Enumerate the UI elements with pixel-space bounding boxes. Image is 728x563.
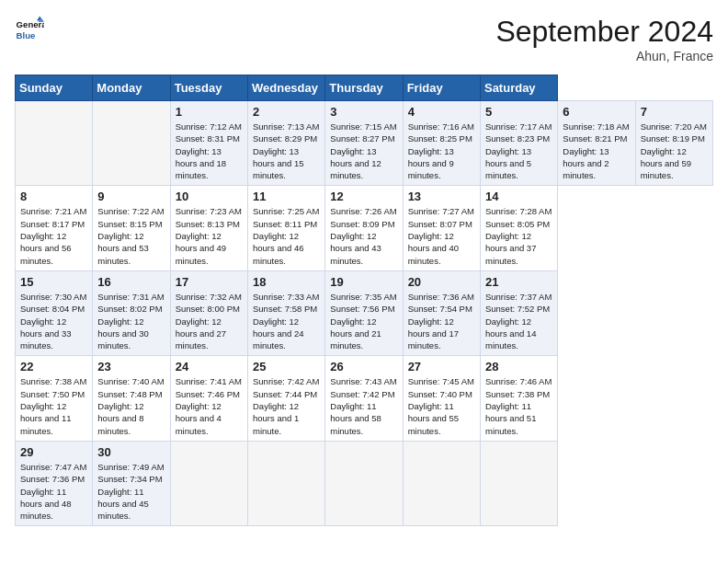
calendar-cell: 5Sunrise: 7:17 AMSunset: 8:23 PMDaylight… — [480, 101, 557, 186]
day-number: 13 — [408, 190, 475, 203]
day-info: Sunrise: 7:41 AMSunset: 7:46 PMDaylight:… — [176, 375, 243, 436]
weekday-header-saturday: Saturday — [480, 75, 557, 101]
day-info: Sunrise: 7:43 AMSunset: 7:42 PMDaylight:… — [330, 375, 397, 436]
weekday-header-row: SundayMondayTuesdayWednesdayThursdayFrid… — [16, 75, 713, 101]
day-number: 30 — [97, 445, 165, 459]
day-number: 5 — [485, 105, 552, 119]
day-number: 28 — [485, 360, 552, 373]
day-info: Sunrise: 7:17 AMSunset: 8:23 PMDaylight:… — [485, 121, 552, 181]
day-info: Sunrise: 7:49 AMSunset: 7:34 PMDaylight:… — [97, 461, 165, 522]
calendar-cell — [247, 441, 324, 525]
day-number: 10 — [176, 190, 243, 203]
calendar-week-0: 1Sunrise: 7:12 AMSunset: 8:31 PMDaylight… — [16, 101, 713, 186]
day-info: Sunrise: 7:38 AMSunset: 7:50 PMDaylight:… — [20, 375, 87, 436]
day-info: Sunrise: 7:35 AMSunset: 7:56 PMDaylight:… — [330, 291, 397, 351]
calendar-cell: 14Sunrise: 7:28 AMSunset: 8:05 PMDayligh… — [480, 186, 557, 270]
day-info: Sunrise: 7:31 AMSunset: 8:02 PMDaylight:… — [97, 291, 165, 351]
calendar-cell: 8Sunrise: 7:21 AMSunset: 8:17 PMDaylight… — [16, 186, 93, 270]
day-number: 15 — [20, 275, 87, 289]
weekday-header-monday: Monday — [93, 75, 170, 101]
calendar-cell: 23Sunrise: 7:40 AMSunset: 7:48 PMDayligh… — [93, 356, 170, 441]
day-info: Sunrise: 7:12 AMSunset: 8:31 PMDaylight:… — [176, 121, 243, 181]
day-info: Sunrise: 7:46 AMSunset: 7:38 PMDaylight:… — [485, 375, 552, 436]
day-info: Sunrise: 7:36 AMSunset: 7:54 PMDaylight:… — [408, 291, 475, 351]
svg-text:Blue: Blue — [17, 30, 36, 40]
calendar-cell — [16, 101, 93, 186]
day-number: 6 — [563, 105, 630, 119]
day-info: Sunrise: 7:47 AMSunset: 7:36 PMDaylight:… — [20, 461, 87, 522]
day-number: 29 — [20, 445, 87, 459]
calendar-cell: 25Sunrise: 7:42 AMSunset: 7:44 PMDayligh… — [247, 356, 324, 441]
day-number: 2 — [253, 105, 320, 119]
calendar-cell: 29Sunrise: 7:47 AMSunset: 7:36 PMDayligh… — [16, 441, 93, 525]
day-info: Sunrise: 7:13 AMSunset: 8:29 PMDaylight:… — [253, 121, 320, 181]
day-number: 18 — [253, 275, 320, 289]
day-info: Sunrise: 7:33 AMSunset: 7:58 PMDaylight:… — [253, 291, 320, 351]
day-info: Sunrise: 7:42 AMSunset: 7:44 PMDaylight:… — [253, 375, 320, 436]
calendar-cell: 9Sunrise: 7:22 AMSunset: 8:15 PMDaylight… — [93, 186, 170, 270]
calendar-cell: 1Sunrise: 7:12 AMSunset: 8:31 PMDaylight… — [170, 101, 247, 186]
day-number: 21 — [485, 275, 552, 289]
logo: General Blue — [15, 15, 44, 44]
day-number: 3 — [330, 105, 397, 119]
location: Ahun, France — [495, 49, 713, 63]
day-number: 16 — [97, 275, 165, 289]
day-info: Sunrise: 7:22 AMSunset: 8:15 PMDaylight:… — [97, 205, 165, 266]
day-number: 23 — [97, 360, 165, 373]
calendar-cell: 22Sunrise: 7:38 AMSunset: 7:50 PMDayligh… — [16, 356, 93, 441]
calendar-week-3: 22Sunrise: 7:38 AMSunset: 7:50 PMDayligh… — [16, 356, 713, 441]
day-info: Sunrise: 7:40 AMSunset: 7:48 PMDaylight:… — [97, 375, 165, 436]
calendar-table: SundayMondayTuesdayWednesdayThursdayFrid… — [15, 75, 713, 526]
day-info: Sunrise: 7:16 AMSunset: 8:25 PMDaylight:… — [408, 121, 475, 181]
calendar-cell: 18Sunrise: 7:33 AMSunset: 7:58 PMDayligh… — [247, 270, 324, 355]
calendar-cell: 17Sunrise: 7:32 AMSunset: 8:00 PMDayligh… — [170, 270, 247, 355]
day-number: 27 — [408, 360, 475, 373]
logo-icon: General Blue — [15, 15, 44, 44]
calendar-cell — [403, 441, 480, 525]
day-info: Sunrise: 7:15 AMSunset: 8:27 PMDaylight:… — [330, 121, 397, 181]
calendar-cell: 6Sunrise: 7:18 AMSunset: 8:21 PMDaylight… — [558, 101, 635, 186]
calendar-week-4: 29Sunrise: 7:47 AMSunset: 7:36 PMDayligh… — [16, 441, 713, 525]
day-number: 22 — [20, 360, 87, 373]
day-number: 24 — [176, 360, 243, 373]
day-info: Sunrise: 7:20 AMSunset: 8:19 PMDaylight:… — [641, 121, 708, 181]
day-info: Sunrise: 7:37 AMSunset: 7:52 PMDaylight:… — [485, 291, 552, 351]
day-info: Sunrise: 7:25 AMSunset: 8:11 PMDaylight:… — [253, 205, 320, 266]
day-number: 19 — [330, 275, 397, 289]
day-info: Sunrise: 7:21 AMSunset: 8:17 PMDaylight:… — [20, 205, 87, 266]
calendar-cell: 30Sunrise: 7:49 AMSunset: 7:34 PMDayligh… — [93, 441, 170, 525]
calendar-cell: 19Sunrise: 7:35 AMSunset: 7:56 PMDayligh… — [325, 270, 403, 355]
weekday-header-friday: Friday — [403, 75, 480, 101]
calendar-cell: 13Sunrise: 7:27 AMSunset: 8:07 PMDayligh… — [403, 186, 480, 270]
day-number: 20 — [408, 275, 475, 289]
page-header: General Blue September 2024 Ahun, France — [15, 15, 713, 63]
day-number: 25 — [253, 360, 320, 373]
calendar-week-2: 15Sunrise: 7:30 AMSunset: 8:04 PMDayligh… — [16, 270, 713, 355]
weekday-header-wednesday: Wednesday — [247, 75, 324, 101]
day-number: 1 — [176, 105, 243, 119]
day-number: 26 — [330, 360, 397, 373]
day-number: 4 — [408, 105, 475, 119]
day-number: 9 — [97, 190, 165, 203]
weekday-header-tuesday: Tuesday — [170, 75, 247, 101]
day-info: Sunrise: 7:32 AMSunset: 8:00 PMDaylight:… — [176, 291, 243, 351]
calendar-cell: 21Sunrise: 7:37 AMSunset: 7:52 PMDayligh… — [480, 270, 557, 355]
month-title: September 2024 — [495, 15, 713, 49]
calendar-cell: 28Sunrise: 7:46 AMSunset: 7:38 PMDayligh… — [480, 356, 557, 441]
weekday-header-thursday: Thursday — [325, 75, 403, 101]
calendar-cell: 15Sunrise: 7:30 AMSunset: 8:04 PMDayligh… — [16, 270, 93, 355]
calendar-cell — [480, 441, 557, 525]
day-info: Sunrise: 7:30 AMSunset: 8:04 PMDaylight:… — [20, 291, 87, 351]
calendar-cell: 26Sunrise: 7:43 AMSunset: 7:42 PMDayligh… — [325, 356, 403, 441]
calendar-cell: 7Sunrise: 7:20 AMSunset: 8:19 PMDaylight… — [635, 101, 712, 186]
calendar-cell: 27Sunrise: 7:45 AMSunset: 7:40 PMDayligh… — [403, 356, 480, 441]
day-number: 11 — [253, 190, 320, 203]
day-number: 7 — [641, 105, 708, 119]
title-area: September 2024 Ahun, France — [495, 15, 713, 63]
day-info: Sunrise: 7:23 AMSunset: 8:13 PMDaylight:… — [176, 205, 243, 266]
calendar-cell — [170, 441, 247, 525]
day-info: Sunrise: 7:26 AMSunset: 8:09 PMDaylight:… — [330, 205, 397, 266]
day-number: 14 — [485, 190, 552, 203]
day-info: Sunrise: 7:45 AMSunset: 7:40 PMDaylight:… — [408, 375, 475, 436]
calendar-cell: 11Sunrise: 7:25 AMSunset: 8:11 PMDayligh… — [247, 186, 324, 270]
